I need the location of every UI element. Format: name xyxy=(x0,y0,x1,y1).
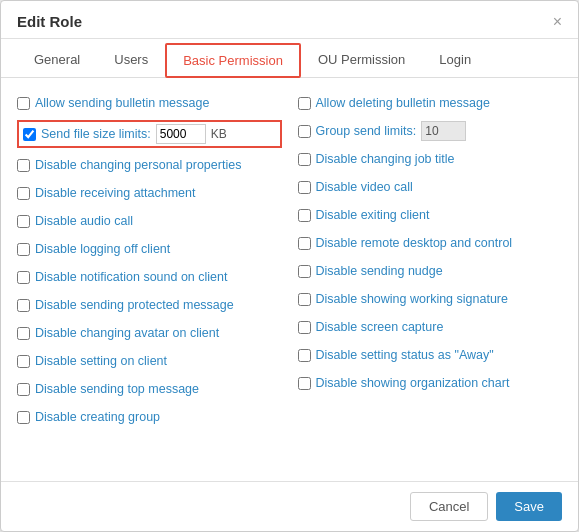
disable-logging-off-item: Disable logging off client xyxy=(17,238,282,260)
allow-deleting-bulletin-checkbox[interactable] xyxy=(298,97,311,110)
cancel-button[interactable]: Cancel xyxy=(410,492,488,521)
tab-content: Allow sending bulletin message Send file… xyxy=(1,78,578,481)
disable-sending-protected-item: Disable sending protected message xyxy=(17,294,282,316)
disable-video-call-item: Disable video call xyxy=(298,176,563,198)
send-file-size-item: Send file size limits: KB xyxy=(17,120,282,148)
permissions-columns: Allow sending bulletin message Send file… xyxy=(17,92,562,428)
disable-receiving-attachment-label[interactable]: Disable receiving attachment xyxy=(35,186,196,200)
disable-exiting-client-item: Disable exiting client xyxy=(298,204,563,226)
disable-creating-group-item: Disable creating group xyxy=(17,406,282,428)
send-file-size-input[interactable] xyxy=(156,124,206,144)
group-send-limits-checkbox[interactable] xyxy=(298,125,311,138)
disable-audio-call-label[interactable]: Disable audio call xyxy=(35,214,133,228)
disable-sending-top-item: Disable sending top message xyxy=(17,378,282,400)
disable-creating-group-label[interactable]: Disable creating group xyxy=(35,410,160,424)
right-column: Allow deleting bulletin message Group se… xyxy=(298,92,563,428)
disable-notification-sound-checkbox[interactable] xyxy=(17,271,30,284)
disable-exiting-client-checkbox[interactable] xyxy=(298,209,311,222)
disable-notification-sound-item: Disable notification sound on client xyxy=(17,266,282,288)
disable-changing-job-checkbox[interactable] xyxy=(298,153,311,166)
disable-receiving-attachment-item: Disable receiving attachment xyxy=(17,182,282,204)
allow-deleting-bulletin-item: Allow deleting bulletin message xyxy=(298,92,563,114)
disable-sending-protected-label[interactable]: Disable sending protected message xyxy=(35,298,234,312)
disable-changing-job-item: Disable changing job title xyxy=(298,148,563,170)
disable-remote-desktop-checkbox[interactable] xyxy=(298,237,311,250)
disable-setting-client-label[interactable]: Disable setting on client xyxy=(35,354,167,368)
disable-setting-status-checkbox[interactable] xyxy=(298,349,311,362)
tab-users[interactable]: Users xyxy=(97,43,165,78)
disable-sending-nudge-item: Disable sending nudge xyxy=(298,260,563,282)
disable-changing-personal-checkbox[interactable] xyxy=(17,159,30,172)
allow-deleting-bulletin-label[interactable]: Allow deleting bulletin message xyxy=(316,96,490,110)
disable-changing-personal-item: Disable changing personal properties xyxy=(17,154,282,176)
disable-changing-job-label[interactable]: Disable changing job title xyxy=(316,152,455,166)
disable-showing-working-label[interactable]: Disable showing working signature xyxy=(316,292,508,306)
disable-changing-avatar-label[interactable]: Disable changing avatar on client xyxy=(35,326,219,340)
disable-setting-client-item: Disable setting on client xyxy=(17,350,282,372)
disable-audio-call-item: Disable audio call xyxy=(17,210,282,232)
disable-showing-org-checkbox[interactable] xyxy=(298,377,311,390)
disable-sending-nudge-label[interactable]: Disable sending nudge xyxy=(316,264,443,278)
group-send-limits-item: Group send limits: xyxy=(298,120,563,142)
dialog-header: Edit Role × xyxy=(1,1,578,39)
save-button[interactable]: Save xyxy=(496,492,562,521)
disable-sending-top-label[interactable]: Disable sending top message xyxy=(35,382,199,396)
disable-changing-personal-label[interactable]: Disable changing personal properties xyxy=(35,158,241,172)
group-send-limits-label[interactable]: Group send limits: xyxy=(316,124,417,138)
send-file-size-label[interactable]: Send file size limits: xyxy=(41,127,151,141)
disable-changing-avatar-item: Disable changing avatar on client xyxy=(17,322,282,344)
close-button[interactable]: × xyxy=(553,14,562,30)
disable-remote-desktop-item: Disable remote desktop and control xyxy=(298,232,563,254)
disable-video-call-checkbox[interactable] xyxy=(298,181,311,194)
dialog-footer: Cancel Save xyxy=(1,481,578,531)
disable-logging-off-checkbox[interactable] xyxy=(17,243,30,256)
left-column: Allow sending bulletin message Send file… xyxy=(17,92,282,428)
tab-basic-permission[interactable]: Basic Permission xyxy=(165,43,301,78)
disable-screen-capture-item: Disable screen capture xyxy=(298,316,563,338)
allow-sending-bulletin-checkbox[interactable] xyxy=(17,97,30,110)
disable-sending-nudge-checkbox[interactable] xyxy=(298,265,311,278)
tab-general[interactable]: General xyxy=(17,43,97,78)
disable-screen-capture-checkbox[interactable] xyxy=(298,321,311,334)
kb-unit-label: KB xyxy=(211,127,227,141)
disable-setting-status-item: Disable setting status as "Away" xyxy=(298,344,563,366)
disable-setting-status-label[interactable]: Disable setting status as "Away" xyxy=(316,348,494,362)
disable-creating-group-checkbox[interactable] xyxy=(17,411,30,424)
tab-login[interactable]: Login xyxy=(422,43,488,78)
disable-showing-working-item: Disable showing working signature xyxy=(298,288,563,310)
disable-showing-org-label[interactable]: Disable showing organization chart xyxy=(316,376,510,390)
disable-exiting-client-label[interactable]: Disable exiting client xyxy=(316,208,430,222)
disable-video-call-label[interactable]: Disable video call xyxy=(316,180,413,194)
allow-sending-bulletin-item: Allow sending bulletin message xyxy=(17,92,282,114)
send-file-size-checkbox[interactable] xyxy=(23,128,36,141)
tab-ou-permission[interactable]: OU Permission xyxy=(301,43,422,78)
disable-setting-client-checkbox[interactable] xyxy=(17,355,30,368)
disable-screen-capture-label[interactable]: Disable screen capture xyxy=(316,320,444,334)
disable-remote-desktop-label[interactable]: Disable remote desktop and control xyxy=(316,236,513,250)
disable-notification-sound-label[interactable]: Disable notification sound on client xyxy=(35,270,227,284)
disable-sending-protected-checkbox[interactable] xyxy=(17,299,30,312)
edit-role-dialog: Edit Role × General Users Basic Permissi… xyxy=(0,0,579,532)
disable-logging-off-label[interactable]: Disable logging off client xyxy=(35,242,170,256)
disable-changing-avatar-checkbox[interactable] xyxy=(17,327,30,340)
dialog-title: Edit Role xyxy=(17,13,82,30)
group-send-limits-input[interactable] xyxy=(421,121,466,141)
disable-showing-working-checkbox[interactable] xyxy=(298,293,311,306)
disable-showing-org-item: Disable showing organization chart xyxy=(298,372,563,394)
disable-sending-top-checkbox[interactable] xyxy=(17,383,30,396)
tab-bar: General Users Basic Permission OU Permis… xyxy=(1,43,578,78)
disable-receiving-attachment-checkbox[interactable] xyxy=(17,187,30,200)
allow-sending-bulletin-label[interactable]: Allow sending bulletin message xyxy=(35,96,209,110)
disable-audio-call-checkbox[interactable] xyxy=(17,215,30,228)
